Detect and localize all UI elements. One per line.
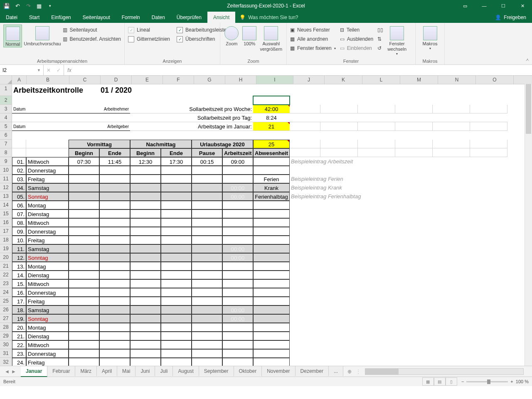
cell[interactable]: 07:30 (69, 157, 99, 166)
zoom-level[interactable]: 100 % (516, 379, 529, 384)
row-header-24[interactable]: 24 (0, 288, 12, 297)
cell[interactable] (320, 105, 358, 113)
sheet-tab-august[interactable]: August (173, 366, 199, 376)
cell[interactable] (99, 332, 130, 340)
cell[interactable] (130, 236, 161, 244)
menu-tab-seitenlayout[interactable]: Seitenlayout (77, 12, 116, 23)
cell[interactable] (290, 84, 320, 96)
cell[interactable] (99, 323, 130, 332)
cell[interactable]: Donnerstag (26, 288, 69, 297)
cell[interactable]: Mittwoch (26, 340, 69, 349)
cell[interactable] (433, 105, 470, 113)
row-header-5[interactable]: 5 (0, 122, 12, 131)
tell-me-input[interactable]: 💡Was möchten Sie tun? (235, 12, 302, 23)
cell[interactable] (26, 113, 69, 122)
cell[interactable] (470, 148, 507, 157)
row-header-19[interactable]: 19 (0, 244, 12, 253)
cell[interactable] (99, 96, 130, 105)
cell[interactable] (358, 105, 395, 113)
menu-tab-ansicht[interactable]: Ansicht (207, 12, 235, 23)
formula-input[interactable] (75, 65, 532, 75)
cell[interactable] (26, 140, 69, 148)
cell[interactable] (192, 96, 222, 105)
cell[interactable] (320, 140, 358, 148)
col-header-G[interactable]: G (194, 76, 225, 84)
cell[interactable] (290, 288, 414, 297)
cell[interactable] (99, 314, 130, 323)
cell[interactable] (253, 253, 290, 262)
cell[interactable] (253, 297, 290, 305)
cell[interactable] (253, 340, 290, 349)
cell[interactable] (130, 105, 161, 113)
col-header-E[interactable]: E (132, 76, 163, 84)
cell[interactable] (69, 218, 99, 227)
col-header-I[interactable]: I (256, 76, 293, 84)
cell[interactable]: Dienstag (26, 271, 69, 279)
cell[interactable] (161, 288, 192, 297)
cell[interactable] (99, 175, 130, 183)
cell[interactable]: 03. (12, 175, 26, 183)
cell[interactable] (69, 332, 99, 340)
cell[interactable] (161, 253, 192, 262)
cell[interactable]: 09. (12, 227, 26, 236)
cell[interactable] (290, 131, 320, 140)
cell[interactable] (358, 140, 395, 148)
cell[interactable] (470, 96, 507, 105)
cell[interactable] (222, 166, 253, 175)
cell[interactable] (99, 166, 130, 175)
cell[interactable] (161, 305, 192, 314)
close-icon[interactable]: ✕ (513, 0, 532, 12)
cell[interactable]: Beispieleintrag Arbeitszeit (290, 157, 414, 166)
cell[interactable] (26, 96, 69, 105)
cell[interactable] (290, 340, 414, 349)
cell[interactable]: Datum (12, 105, 69, 113)
cell[interactable] (99, 227, 130, 236)
cell[interactable]: Sollarbeitszeit pro Tag: (161, 113, 253, 122)
cell[interactable] (12, 140, 26, 148)
cell[interactable] (358, 96, 395, 105)
cell[interactable]: 00:00 (222, 192, 253, 201)
cell[interactable] (192, 166, 222, 175)
cell[interactable] (130, 227, 161, 236)
cell[interactable] (192, 323, 222, 332)
cell[interactable]: Sonntag (26, 314, 69, 323)
cell[interactable]: Donnerstag (26, 227, 69, 236)
freeze-panes-button[interactable]: ▦Fenster fixieren▾ (290, 44, 336, 53)
cell[interactable] (130, 297, 161, 305)
cell[interactable] (192, 262, 222, 271)
cell[interactable]: Freitag (26, 358, 69, 366)
undo-icon[interactable]: ↶ (14, 2, 21, 9)
cell[interactable] (395, 148, 433, 157)
cell[interactable] (222, 201, 253, 209)
row-header-3[interactable]: 3 (0, 105, 12, 113)
cell[interactable] (69, 209, 99, 218)
row-header-8[interactable]: 8 (0, 148, 12, 157)
cell[interactable]: 00:15 (192, 157, 222, 166)
cell[interactable] (130, 209, 161, 218)
cell[interactable] (130, 166, 161, 175)
cell[interactable] (69, 175, 99, 183)
cell[interactable] (320, 113, 358, 122)
cell[interactable]: Montag (26, 323, 69, 332)
cell[interactable] (192, 175, 222, 183)
col-header-B[interactable]: B (27, 76, 69, 84)
cell[interactable] (290, 236, 414, 244)
cell[interactable]: Abwesenheit (253, 148, 290, 157)
cell[interactable] (290, 332, 414, 340)
col-header-A[interactable]: A (12, 76, 27, 84)
cell[interactable]: 19. (12, 314, 26, 323)
col-header-K[interactable]: K (325, 76, 362, 84)
cell[interactable] (320, 96, 358, 105)
cell[interactable] (433, 96, 470, 105)
cell[interactable] (161, 244, 192, 253)
cell[interactable] (130, 262, 161, 271)
cell[interactable]: 18. (12, 305, 26, 314)
spreadsheet-grid[interactable]: ABCDEFGHIJKLMNO 1Arbeitszeitkontrolle01 … (0, 76, 532, 366)
cell[interactable]: Krank (253, 183, 290, 192)
sheet-tab-dezember[interactable]: Dezember (296, 366, 329, 376)
row-header-18[interactable]: 18 (0, 236, 12, 244)
col-header-O[interactable]: O (476, 76, 514, 84)
cell[interactable] (192, 332, 222, 340)
cell[interactable] (253, 157, 290, 166)
sheet-tab-april[interactable]: April (97, 366, 117, 376)
